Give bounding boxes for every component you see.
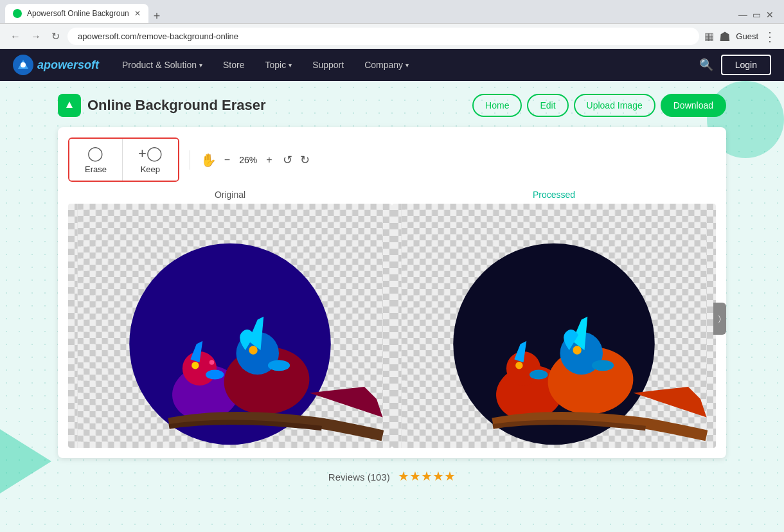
svg-point-12 bbox=[192, 362, 199, 369]
original-canvas[interactable] bbox=[68, 204, 392, 448]
reviews-text: Reviews (103) bbox=[328, 472, 390, 483]
original-bird-image bbox=[68, 204, 392, 448]
back-button[interactable]: ← bbox=[8, 28, 23, 45]
keep-icon: +◯ bbox=[138, 145, 163, 162]
logo-text: apowersoft bbox=[37, 58, 99, 72]
svg-point-1 bbox=[21, 62, 26, 67]
zoom-in-button[interactable]: + bbox=[263, 152, 274, 168]
window-controls: — ▭ ✕ bbox=[733, 10, 779, 23]
grid-view-icon[interactable]: ▦ bbox=[704, 30, 714, 42]
nav-item-company[interactable]: Company ▾ bbox=[354, 60, 419, 70]
svg-point-31 bbox=[573, 346, 581, 354]
keep-button[interactable]: +◯ Keep bbox=[123, 139, 178, 181]
content-area: Online Background Eraser Home Edit Uploa… bbox=[0, 81, 784, 532]
search-icon[interactable]: 🔍 bbox=[691, 58, 721, 72]
tool-logo: Online Background Eraser bbox=[58, 94, 266, 117]
tool-header: Online Background Eraser Home Edit Uploa… bbox=[58, 94, 726, 117]
editor-panel: ◯ Erase +◯ Keep ✋ − 26% + bbox=[58, 127, 726, 458]
original-panel: Original bbox=[68, 190, 392, 448]
canvas-wrapper: Original bbox=[68, 190, 716, 448]
processed-panel: Processed bbox=[392, 190, 716, 448]
reviews-section: Reviews (103) ★★★★★ bbox=[58, 458, 726, 494]
address-input[interactable] bbox=[67, 28, 699, 45]
hand-tool-button[interactable]: ✋ bbox=[200, 152, 217, 168]
chevron-down-icon-company: ▾ bbox=[405, 62, 409, 69]
original-label: Original bbox=[68, 190, 392, 200]
tool-action-buttons: Home Edit Upload Image Download bbox=[472, 94, 726, 117]
reviews-stars: ★★★★★ bbox=[398, 469, 456, 483]
processed-label: Processed bbox=[392, 190, 716, 200]
svg-point-30 bbox=[592, 360, 614, 371]
zoom-percent: 26% bbox=[236, 155, 260, 165]
canvas-panels: Original bbox=[68, 190, 716, 448]
tab-close-icon[interactable]: ✕ bbox=[134, 9, 141, 18]
edit-button[interactable]: Edit bbox=[527, 94, 568, 117]
svg-point-15 bbox=[268, 360, 290, 371]
close-button[interactable]: ✕ bbox=[766, 10, 774, 19]
sidebar-toggle-button[interactable]: 〉 bbox=[713, 303, 726, 335]
tab-favicon bbox=[13, 9, 22, 18]
site-logo[interactable]: apowersoft bbox=[13, 55, 99, 75]
maximize-button[interactable]: ▭ bbox=[753, 10, 761, 19]
svg-point-27 bbox=[515, 362, 522, 369]
login-button[interactable]: Login bbox=[721, 55, 771, 75]
svg-point-16 bbox=[249, 346, 257, 354]
tool-container: Online Background Eraser Home Edit Uploa… bbox=[45, 94, 739, 494]
svg-point-26 bbox=[530, 369, 548, 379]
toolbar-divider bbox=[190, 150, 190, 170]
chevron-down-icon: ▾ bbox=[199, 62, 202, 69]
zoom-controls: − 26% + bbox=[222, 152, 275, 168]
forward-button[interactable]: → bbox=[28, 28, 44, 45]
browser-tab-bar: Apowersoft Online Backgroun ✕ + — ▭ ✕ bbox=[0, 0, 784, 23]
tool-logo-icon bbox=[58, 94, 81, 117]
processed-bird-image bbox=[392, 204, 716, 448]
nav-item-topic[interactable]: Topic ▾ bbox=[254, 60, 302, 70]
processed-canvas[interactable] bbox=[392, 204, 716, 448]
site-navigation: apowersoft Product & Solution ▾ Store To… bbox=[0, 49, 784, 81]
active-browser-tab[interactable]: Apowersoft Online Backgroun ✕ bbox=[5, 4, 148, 23]
erase-icon: ◯ bbox=[87, 145, 103, 162]
browser-menu-icon[interactable]: ⋮ bbox=[763, 29, 776, 44]
svg-point-17 bbox=[209, 360, 215, 365]
download-button[interactable]: Download bbox=[661, 94, 726, 117]
erase-button[interactable]: ◯ Erase bbox=[69, 139, 123, 181]
undo-redo-controls: ↺ ↻ bbox=[280, 150, 312, 170]
minimize-button[interactable]: — bbox=[738, 10, 747, 19]
profile-icon[interactable]: ☗ bbox=[719, 29, 731, 44]
refresh-button[interactable]: ↻ bbox=[49, 28, 62, 45]
new-tab-button[interactable]: + bbox=[148, 10, 166, 23]
tool-title: Online Background Eraser bbox=[87, 97, 266, 114]
tab-title: Apowersoft Online Backgroun bbox=[27, 9, 129, 18]
browser-right-controls: ▦ ☗ Guest ⋮ bbox=[704, 29, 776, 44]
zoom-out-button[interactable]: − bbox=[222, 152, 233, 168]
guest-label: Guest bbox=[736, 31, 758, 41]
editor-toolbar: ◯ Erase +◯ Keep ✋ − 26% + bbox=[68, 137, 716, 182]
upload-image-button[interactable]: Upload Image bbox=[574, 94, 655, 117]
redo-button[interactable]: ↻ bbox=[298, 150, 312, 170]
nav-item-product[interactable]: Product & Solution ▾ bbox=[112, 60, 213, 70]
svg-point-11 bbox=[206, 369, 224, 379]
nav-item-support[interactable]: Support bbox=[302, 60, 354, 70]
address-bar: ← → ↻ ▦ ☗ Guest ⋮ bbox=[0, 23, 784, 49]
chevron-down-icon-topic: ▾ bbox=[289, 62, 292, 69]
home-button[interactable]: Home bbox=[472, 94, 522, 117]
undo-button[interactable]: ↺ bbox=[280, 150, 295, 170]
nav-item-store[interactable]: Store bbox=[213, 60, 254, 70]
erase-keep-group: ◯ Erase +◯ Keep bbox=[68, 137, 179, 182]
eraser-icon bbox=[62, 98, 76, 112]
logo-icon bbox=[13, 55, 33, 75]
